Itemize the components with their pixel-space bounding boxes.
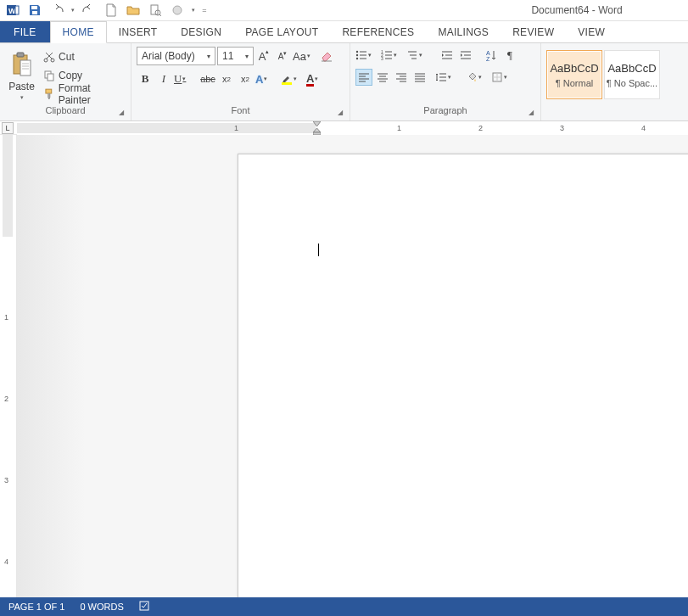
tab-view[interactable]: VIEW [566, 21, 617, 42]
save-icon[interactable] [25, 1, 44, 20]
bold-button[interactable]: B [137, 70, 154, 87]
paragraph-launcher-icon[interactable]: ◢ [529, 109, 539, 119]
svg-point-7 [173, 6, 182, 14]
tab-selector[interactable]: L [2, 122, 14, 134]
align-left-button[interactable] [355, 69, 372, 86]
spellcheck-icon[interactable] [139, 600, 151, 613]
status-words[interactable]: 0 WORDS [80, 602, 123, 612]
superscript-button[interactable]: x2 [237, 70, 254, 87]
borders-button[interactable]: ▾ [491, 69, 515, 86]
font-size-combo[interactable]: 11 ▾ [217, 47, 254, 65]
indent-icon [460, 49, 472, 61]
shading-button[interactable]: ▾ [466, 69, 489, 86]
cut-button[interactable]: Cut [42, 48, 126, 65]
print-preview-icon[interactable] [146, 1, 165, 20]
title-bar: W ▾ ▾ = Document64 - Word [0, 0, 688, 21]
open-icon[interactable] [124, 1, 143, 20]
strikethrough-button[interactable]: abc [199, 70, 216, 87]
vertical-ruler[interactable]: 1 2 3 4 [0, 135, 17, 597]
increase-indent-button[interactable] [457, 47, 474, 64]
highlight-button[interactable]: ▾ [281, 70, 305, 87]
multilevel-icon [406, 49, 418, 61]
style-normal[interactable]: AaBbCcD ¶ Normal [546, 50, 602, 99]
bullets-button[interactable]: ▾ [355, 47, 379, 64]
paste-button[interactable]: Paste ▾ [5, 47, 38, 105]
svg-rect-10 [20, 60, 31, 76]
align-right-button[interactable] [393, 69, 410, 86]
numbering-button[interactable]: 123▾ [381, 47, 405, 64]
svg-rect-14 [48, 74, 53, 81]
hanging-indent-icon[interactable] [313, 128, 321, 135]
show-marks-button[interactable]: ¶ [501, 47, 518, 64]
tab-review[interactable]: REVIEW [501, 21, 566, 42]
sort-button[interactable]: AZ [483, 47, 500, 64]
tab-references[interactable]: REFERENCES [330, 21, 426, 42]
tab-file[interactable]: FILE [0, 21, 50, 42]
qat-customize-icon[interactable]: = [200, 1, 209, 20]
svg-rect-16 [282, 82, 292, 85]
tab-insert[interactable]: INSERT [107, 21, 170, 42]
grow-font-button[interactable]: A▴ [255, 48, 272, 64]
word-app-icon[interactable]: W [3, 1, 22, 20]
page-canvas[interactable] [17, 135, 688, 597]
format-painter-button[interactable]: Format Painter [42, 86, 126, 103]
chevron-down-icon[interactable]: ▾ [204, 53, 213, 60]
document-area: 1 2 3 4 [0, 135, 688, 597]
document-page[interactable] [238, 154, 688, 597]
tab-page-layout[interactable]: PAGE LAYOUT [233, 21, 330, 42]
new-doc-icon[interactable] [102, 1, 120, 20]
outdent-icon [441, 49, 453, 61]
undo-icon[interactable] [48, 1, 66, 20]
chevron-down-icon[interactable]: ▾ [243, 53, 251, 60]
clear-formatting-button[interactable] [318, 48, 335, 64]
numbering-icon: 123 [381, 49, 393, 61]
text-effects-button[interactable]: A▾ [255, 70, 279, 87]
status-bar: PAGE 1 OF 1 0 WORDS [0, 597, 688, 616]
decrease-indent-button[interactable] [439, 47, 456, 64]
align-right-icon [395, 71, 407, 83]
group-clipboard: Paste ▾ Cut Copy Format Painter Clipboar… [0, 43, 131, 120]
redo-icon[interactable] [80, 1, 98, 20]
first-line-indent-icon[interactable] [313, 121, 321, 126]
font-launcher-icon[interactable]: ◢ [338, 109, 348, 119]
document-title: Document64 - Word [531, 4, 622, 16]
qat-dropdown-icon[interactable]: ▾ [190, 1, 197, 20]
ribbon: Paste ▾ Cut Copy Format Painter Clipboar… [0, 43, 688, 121]
italic-button[interactable]: I [155, 70, 172, 87]
touch-mode-icon[interactable] [168, 1, 187, 20]
undo-dropdown-icon[interactable]: ▾ [70, 1, 76, 20]
underline-button[interactable]: U▾ [174, 70, 198, 87]
tab-mailings[interactable]: MAILINGS [426, 21, 501, 42]
eraser-icon [320, 49, 333, 63]
tab-home[interactable]: HOME [50, 21, 107, 43]
tab-design[interactable]: DESIGN [169, 21, 233, 42]
bullets-icon [355, 49, 367, 61]
line-spacing-icon [435, 71, 447, 83]
status-page[interactable]: PAGE 1 OF 1 [8, 602, 64, 612]
paste-label: Paste [8, 81, 35, 92]
align-center-button[interactable] [374, 69, 391, 86]
copy-button[interactable]: Copy [42, 67, 126, 84]
font-color-button[interactable]: A▾ [306, 70, 330, 87]
svg-text:Z: Z [486, 56, 490, 61]
paint-bucket-icon [466, 71, 478, 83]
svg-rect-5 [151, 5, 158, 14]
multilevel-list-button[interactable]: ▾ [406, 47, 430, 64]
align-left-icon [358, 71, 370, 83]
group-styles: AaBbCcD ¶ Normal AaBbCcD ¶ No Spac... [541, 43, 688, 120]
subscript-button[interactable]: x2 [218, 70, 235, 87]
copy-icon [43, 70, 55, 81]
line-spacing-button[interactable]: ▾ [435, 69, 459, 86]
justify-button[interactable] [411, 69, 428, 86]
font-name-combo[interactable]: Arial (Body) ▾ [137, 47, 215, 65]
change-case-button[interactable]: Aa▾ [293, 48, 316, 64]
svg-rect-4 [32, 11, 37, 14]
style-no-spacing[interactable]: AaBbCcD ¶ No Spac... [604, 50, 660, 99]
group-font: Arial (Body) ▾ 11 ▾ A▴ A▾ Aa▾ B I U▾ [131, 43, 350, 120]
text-cursor [318, 244, 319, 256]
clipboard-launcher-icon[interactable]: ◢ [119, 109, 129, 119]
horizontal-ruler[interactable]: L 1 1 2 3 4 [0, 121, 688, 135]
paintbrush-icon [43, 88, 55, 100]
quick-access-toolbar: W ▾ ▾ = [3, 1, 209, 20]
shrink-font-button[interactable]: A▾ [274, 48, 291, 64]
